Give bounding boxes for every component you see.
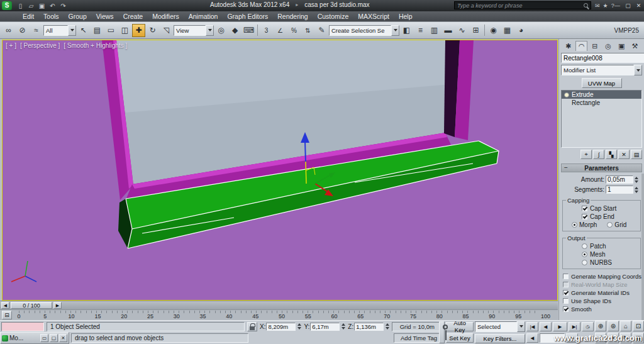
dialog-maximize-icon[interactable]: ▢ (50, 334, 58, 342)
dialog-close-icon[interactable]: ✕ (59, 334, 67, 342)
track-bar[interactable]: ⊟ 0 5 10 15 20 25 30 35 40 45 50 55 60 6… (0, 309, 558, 320)
gizmo-z-axis[interactable] (305, 141, 306, 162)
configure-modifier-sets-icon[interactable]: ▤ (631, 150, 642, 159)
new-scene-icon[interactable]: ▯ (16, 3, 25, 9)
amount-field[interactable]: 0,05m (606, 175, 633, 184)
menu-maxscript[interactable]: MAXScript (358, 13, 389, 20)
menu-tools[interactable]: Tools (43, 13, 59, 20)
add-time-tag[interactable]: Add Time Tag (394, 333, 444, 343)
menu-customize[interactable]: Customize (318, 13, 349, 20)
rollout-collapse-icon[interactable]: − (564, 164, 568, 171)
chevron-down-icon[interactable] (391, 25, 399, 36)
pin-stack-icon[interactable]: ⌖ (580, 150, 592, 159)
z-coordinate-field[interactable]: 1,136m (354, 323, 384, 331)
menu-create[interactable]: Create (123, 13, 143, 20)
rectangular-selection-region-icon[interactable]: ▭ (104, 24, 118, 37)
display-tab-icon[interactable]: ▣ (616, 41, 628, 51)
graphite-ribbon-toggle-icon[interactable]: ▬ (441, 24, 455, 37)
maxscript-mini-listener[interactable] (1, 322, 44, 331)
close-button[interactable]: ✕ (635, 3, 643, 9)
stack-item-extrude[interactable]: Extrude (562, 91, 641, 99)
select-and-scale-icon[interactable]: ◹ (160, 24, 173, 37)
uvw-map-modifier-button[interactable]: UVW Map (582, 78, 622, 88)
minimize-button[interactable]: — (613, 3, 621, 9)
undo-icon[interactable]: ↶ (48, 3, 57, 9)
unlink-selection-icon[interactable]: ⊘ (16, 24, 29, 37)
z-spinner[interactable] (386, 323, 389, 330)
grid-radio[interactable] (607, 222, 613, 228)
select-and-link-icon[interactable]: ∞ (2, 24, 15, 37)
application-menu-button[interactable]: S (2, 1, 12, 10)
chevron-down-icon[interactable] (517, 321, 525, 332)
menu-modifiers[interactable]: Modifiers (152, 13, 179, 20)
auto-key-button[interactable]: Auto Key (446, 322, 474, 331)
zoom-extents-icon[interactable]: ⌂ (620, 321, 631, 331)
percent-snap-icon[interactable]: % (287, 24, 301, 37)
modifier-enable-bulb-icon[interactable] (564, 92, 569, 97)
viewport-perspective[interactable]: [ + ] [ Perspective ] [ Smooth + Highlig… (2, 40, 558, 301)
chevron-down-icon[interactable] (206, 25, 214, 36)
redo-icon[interactable]: ↷ (59, 3, 67, 9)
zoom-icon[interactable]: ⊕ (595, 321, 606, 331)
gizmo-z-axis-selected[interactable] (306, 162, 306, 184)
time-slider-handle[interactable]: 0 / 100 (11, 302, 52, 309)
object-name-input[interactable] (561, 53, 644, 63)
stack-item-rectangle[interactable]: Rectangle (562, 99, 641, 107)
zoom-region-icon[interactable]: ⊡ (633, 321, 644, 331)
y-spinner[interactable] (341, 323, 345, 330)
favorites-star-icon[interactable]: ★ (603, 3, 608, 9)
schematic-view-icon[interactable]: ⊞ (469, 24, 482, 37)
selection-filter-dropdown[interactable]: All (43, 25, 76, 36)
select-object-icon[interactable]: ↖ (77, 24, 90, 37)
make-unique-icon[interactable]: ▚ (606, 150, 617, 159)
menu-views[interactable]: Views (96, 13, 114, 20)
morph-radio[interactable] (572, 222, 577, 228)
menu-edit[interactable]: Edit (23, 13, 34, 20)
menu-group[interactable]: Group (69, 13, 87, 20)
segments-spinner[interactable] (635, 187, 638, 193)
rendered-frame-window-icon[interactable]: ▦ (501, 24, 514, 37)
amount-spinner[interactable] (635, 177, 638, 183)
zoom-all-icon[interactable]: ⊛ (608, 321, 619, 331)
spinner-snap-icon[interactable]: ⇅ (301, 24, 314, 37)
use-pivot-center-icon[interactable]: ◎ (214, 24, 228, 37)
modifier-stack[interactable]: Extrude Rectangle (561, 90, 642, 148)
named-selection-set-dropdown[interactable]: Create Selection Se (329, 25, 399, 36)
edit-named-selection-sets-icon[interactable]: ✎ (315, 24, 328, 37)
snaps-toggle-3d-icon[interactable]: 3 (260, 24, 273, 37)
bind-to-spacewarp-icon[interactable]: ≈ (30, 24, 43, 37)
curve-editor-icon[interactable]: ∿ (455, 24, 469, 37)
open-file-icon[interactable]: ▱ (27, 3, 35, 9)
mesh-radio[interactable] (582, 252, 587, 257)
align-icon[interactable]: ≡ (414, 24, 427, 37)
dialog-restore-icon[interactable]: ▭ (40, 334, 48, 342)
angle-snap-icon[interactable]: ∠ (274, 24, 287, 37)
time-configuration-icon[interactable]: ◷ (582, 322, 594, 331)
mirror-icon[interactable]: ◧ (400, 24, 413, 37)
generate-material-ids-checkbox[interactable] (563, 290, 569, 296)
search-input[interactable] (457, 3, 581, 9)
selection-lock-toggle[interactable] (247, 322, 257, 331)
create-tab-icon[interactable]: ✱ (562, 41, 574, 51)
reference-coordinate-dropdown[interactable]: View (174, 25, 214, 36)
hierarchy-tab-icon[interactable]: ⊟ (589, 41, 601, 51)
communication-center-icon[interactable]: ✉ (595, 3, 600, 9)
set-key-button[interactable]: Set Key (446, 333, 474, 343)
window-crossing-toggle-icon[interactable]: ◫ (118, 24, 131, 37)
set-keys-button[interactable] (439, 321, 445, 343)
use-shape-ids-checkbox[interactable] (563, 298, 569, 304)
previous-frame-icon[interactable]: ◀ (540, 322, 552, 331)
previous-frame-button[interactable]: ◀ (1, 302, 9, 309)
time-slider-track[interactable]: ◀ 0 / 100 ▶ (0, 301, 558, 309)
go-to-start-icon[interactable]: |◀ (526, 322, 538, 331)
maximize-button[interactable]: ▢ (624, 3, 632, 9)
modifier-list-dropdown[interactable]: Modifier List (561, 65, 642, 75)
viewport-menu-plus[interactable]: [ + ] (6, 42, 16, 49)
infocenter-search[interactable] (454, 1, 591, 9)
show-end-result-icon[interactable]: ∫ (593, 150, 604, 159)
cap-end-checkbox[interactable] (582, 214, 587, 219)
play-animation-icon[interactable]: ▶ (553, 322, 567, 331)
x-spinner[interactable] (297, 323, 301, 330)
modify-tab-icon[interactable]: ◠ (575, 41, 587, 51)
segments-field[interactable]: 1 (606, 186, 633, 194)
